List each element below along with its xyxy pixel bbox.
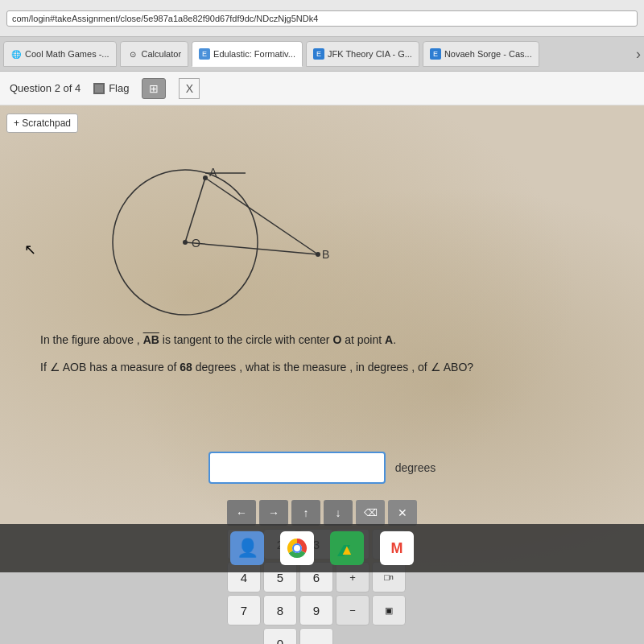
browser-bar: com/login#takeAssignment/close/5e987a1a8…	[0, 0, 644, 37]
key-0[interactable]: 0	[263, 628, 297, 644]
tab-scroll-right[interactable]: ›	[636, 46, 641, 63]
tab-jfk[interactable]: E JFK Theory CIA - G...	[306, 41, 419, 67]
ab-label: AB	[143, 333, 159, 346]
degrees-label: degrees	[395, 461, 436, 474]
svg-text:▲: ▲	[340, 542, 354, 558]
tab-icon-novaeh: E	[430, 48, 441, 60]
nav-left-button[interactable]: ←	[227, 500, 256, 526]
svg-text:B: B	[322, 248, 329, 261]
key-square[interactable]: ▣	[372, 595, 406, 625]
taskbar-gmail-icon[interactable]: M	[380, 531, 414, 565]
tab-icon-cool-games: 🌐	[10, 48, 22, 60]
keypad-nav: ← → ↑ ↓ ⌫ ✕	[227, 500, 417, 526]
taskbar-person-icon[interactable]: 👤	[230, 531, 264, 565]
question-label: Question 2 of 4	[10, 82, 80, 94]
key-empty-left	[227, 628, 261, 644]
nav-down-button[interactable]: ↓	[324, 500, 353, 526]
tab-icon-calculator: ⊙	[127, 48, 138, 60]
key-7[interactable]: 7	[227, 595, 261, 625]
tab-edulastic[interactable]: E Edulastic: Formativ...	[192, 41, 303, 67]
key-8[interactable]: 8	[263, 595, 297, 625]
diagram-svg: O A B	[80, 138, 338, 323]
person-icon: 👤	[237, 538, 258, 559]
svg-line-9	[185, 242, 318, 254]
taskbar-chrome-icon[interactable]	[280, 531, 314, 565]
flag-checkbox[interactable]	[93, 83, 105, 94]
key-decimal[interactable]: .	[299, 628, 333, 644]
backspace-button[interactable]: ⌫	[356, 500, 385, 526]
tab-icon-edulastic: E	[199, 48, 210, 60]
cursor: ↖	[24, 241, 36, 258]
tab-cool-games[interactable]: 🌐 Cool Math Games -...	[3, 41, 117, 67]
taskbar: 👤 ▲	[0, 524, 644, 572]
geometry-diagram: O A B	[80, 138, 338, 331]
tab-icon-jfk: E	[313, 48, 324, 60]
key-empty-far-right	[372, 628, 406, 644]
tab-label-jfk: JFK Theory CIA - G...	[328, 49, 412, 59]
tab-novaeh[interactable]: E Novaeh Sorge - Cas...	[423, 41, 539, 67]
svg-point-13	[294, 545, 300, 551]
answer-area: degrees	[16, 452, 628, 484]
tab-label-cool-games: Cool Math Games -...	[25, 49, 109, 59]
tab-label-edulastic: Edulastic: Formativ...	[213, 49, 295, 59]
key-9[interactable]: 9	[299, 595, 333, 625]
flag-button[interactable]: Flag	[93, 82, 129, 94]
key-empty-right	[336, 628, 369, 644]
drive-svg: ▲	[334, 535, 360, 561]
close-button[interactable]: X	[179, 78, 200, 99]
calculator-icon: ⊞	[149, 82, 159, 95]
main-content: + Scratchpad ↖ O A B	[0, 105, 644, 572]
nav-up-button[interactable]: ↑	[291, 500, 320, 526]
tab-bar: 🌐 Cool Math Games -... ⊙ Calculator E Ed…	[0, 37, 644, 72]
tab-label-novaeh: Novaeh Sorge - Cas...	[444, 49, 532, 59]
url-bar[interactable]: com/login#takeAssignment/close/5e987a1a8…	[6, 10, 638, 27]
svg-text:A: A	[209, 166, 217, 179]
taskbar-drive-icon[interactable]: ▲	[330, 531, 364, 565]
answer-input[interactable]	[208, 452, 386, 484]
flag-label: Flag	[109, 82, 129, 94]
question-line-2: If ∠ AOB has a measure of 68 degrees , w…	[40, 358, 604, 376]
scratchpad-label: + Scratchpad	[14, 118, 71, 129]
close-icon: X	[186, 82, 193, 95]
scratchpad-button[interactable]: + Scratchpad	[6, 114, 78, 133]
svg-line-8	[205, 178, 318, 254]
svg-line-7	[185, 178, 205, 242]
calculator-button[interactable]: ⊞	[142, 78, 166, 99]
key-minus[interactable]: −	[336, 595, 369, 625]
clear-button[interactable]: ✕	[388, 500, 417, 526]
tab-label-calculator: Calculator	[142, 49, 182, 59]
question-line-1: In the figure above , AB is tangent to t…	[40, 331, 604, 349]
nav-right-button[interactable]: →	[259, 500, 288, 526]
question-text-area: In the figure above , AB is tangent to t…	[16, 331, 628, 386]
tab-calculator[interactable]: ⊙ Calculator	[120, 41, 189, 67]
question-bar: Question 2 of 4 Flag ⊞ X	[0, 72, 644, 105]
chrome-svg	[284, 535, 310, 561]
gmail-icon: M	[391, 540, 403, 557]
